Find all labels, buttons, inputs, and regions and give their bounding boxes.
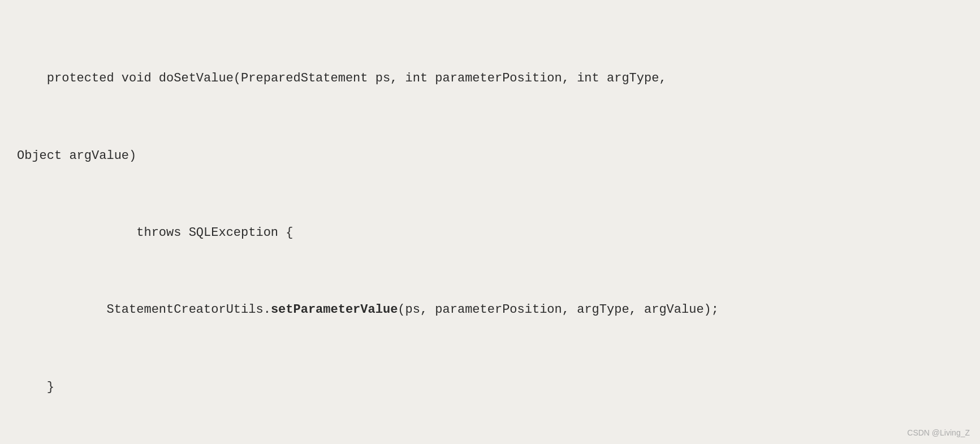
code-text-1: protected void doSetValue(PreparedStatem…	[47, 71, 667, 85]
code-line-3: throws SQLException {	[17, 223, 963, 243]
code-text-2: Object argValue)	[17, 149, 136, 163]
code-text-4b: (ps, parameterPosition, argType, argValu…	[398, 303, 719, 317]
code-line-5: }	[17, 378, 963, 397]
code-block: protected void doSetValue(PreparedStatem…	[17, 11, 963, 444]
code-bold-4: setParameterValue	[271, 303, 398, 317]
code-text-3: throws SQLException {	[136, 226, 293, 240]
code-line-4: StatementCreatorUtils.setParameterValue(…	[17, 300, 963, 320]
code-text-5: }	[47, 380, 54, 394]
code-line-2: Object argValue)	[17, 146, 963, 166]
code-text-4a: StatementCreatorUtils.	[106, 303, 270, 317]
code-line-1: protected void doSetValue(PreparedStatem…	[17, 69, 963, 88]
watermark: CSDN @Living_Z	[907, 428, 970, 437]
